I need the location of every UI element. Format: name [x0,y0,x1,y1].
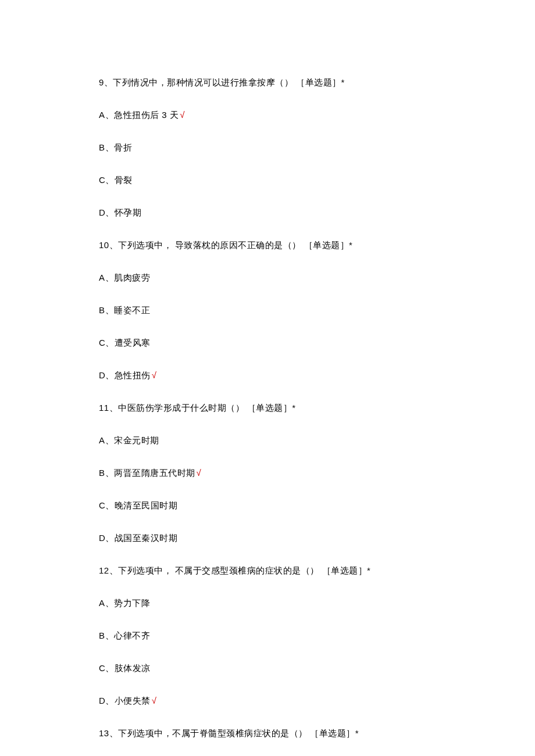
question-number: 12、 [99,565,118,575]
option-label: C、晚清至民国时期 [99,500,177,510]
document-content: 9、下列情况中，那种情况可以进行推拿按摩（） ［单选题］* A、急性扭伤后 3 … [99,76,436,756]
option-b: B、睡姿不正 [99,303,436,317]
option-label: D、战国至秦汉时期 [99,533,177,543]
option-label: A、宋金元时期 [99,435,159,445]
question-text: 12、下列选项中， 不属于交感型颈椎病的症状的是（） ［单选题］* [99,564,436,578]
question-number: 13、 [99,728,118,738]
question-text: 10、下列选项中， 导致落枕的原因不正确的是（） ［单选题］* [99,238,436,252]
option-label: B、骨折 [99,142,132,152]
check-icon: √ [197,468,202,478]
option-b: B、心律不齐 [99,629,436,643]
question-number: 10、 [99,240,118,250]
option-label: D、怀孕期 [99,207,141,217]
question-stem: 下列选项中，不属于脊髓型颈椎病症状的是（） ［单选题］* [118,728,359,738]
question-number: 11、 [99,403,118,413]
option-label: D、急性扭伤 [99,370,151,380]
option-label: C、遭受风寒 [99,338,151,347]
question-text: 11、中医筋伤学形成于什么时期（） ［单选题］* [99,401,436,415]
option-label: C、肢体发凉 [99,663,151,673]
question-block-9: 9、下列情况中，那种情况可以进行推拿按摩（） ［单选题］* A、急性扭伤后 3 … [99,76,436,220]
question-text: 13、下列选项中，不属于脊髓型颈椎病症状的是（） ［单选题］* [99,726,436,740]
option-c: C、晚清至民国时期 [99,499,436,513]
option-label: D、小便失禁 [99,696,151,705]
option-label: B、两晋至隋唐五代时期 [99,468,195,478]
option-a: A、宋金元时期 [99,433,436,447]
option-label: A、急性扭伤后 3 天 [99,110,179,120]
option-label: A、势力下降 [99,598,150,608]
option-a: A、势力下降 [99,596,436,610]
check-icon: √ [152,370,157,380]
option-b: B、骨折 [99,141,436,155]
option-label: B、心律不齐 [99,630,150,640]
question-stem: 下列情况中，那种情况可以进行推拿按摩（） ［单选题］* [113,77,345,87]
option-label: B、睡姿不正 [99,305,150,315]
option-label: C、骨裂 [99,175,133,185]
question-block-10: 10、下列选项中， 导致落枕的原因不正确的是（） ［单选题］* A、肌肉疲劳 B… [99,238,436,382]
question-text: 9、下列情况中，那种情况可以进行推拿按摩（） ［单选题］* [99,76,436,89]
check-icon: √ [152,696,157,705]
question-block-11: 11、中医筋伤学形成于什么时期（） ［单选题］* A、宋金元时期 B、两晋至隋唐… [99,401,436,545]
option-d: D、怀孕期 [99,206,436,220]
option-c: C、肢体发凉 [99,661,436,675]
option-d: D、急性扭伤√ [99,368,436,382]
option-b: B、两晋至隋唐五代时期√ [99,466,436,480]
option-d: D、小便失禁√ [99,694,436,708]
question-block-13: 13、下列选项中，不属于脊髓型颈椎病症状的是（） ［单选题］* A、下肢发沉 [99,726,436,756]
option-a: A、急性扭伤后 3 天√ [99,108,436,122]
question-stem: 下列选项中， 导致落枕的原因不正确的是（） ［单选题］* [118,240,352,250]
option-c: C、骨裂 [99,173,436,187]
option-a: A、肌肉疲劳 [99,271,436,285]
option-d: D、战国至秦汉时期 [99,531,436,545]
question-number: 9、 [99,77,113,87]
option-c: C、遭受风寒 [99,336,436,350]
question-block-12: 12、下列选项中， 不属于交感型颈椎病的症状的是（） ［单选题］* A、势力下降… [99,564,436,708]
option-label: A、肌肉疲劳 [99,273,150,282]
question-stem: 下列选项中， 不属于交感型颈椎病的症状的是（） ［单选题］* [118,565,370,575]
check-icon: √ [180,110,185,120]
question-stem: 中医筋伤学形成于什么时期（） ［单选题］* [118,403,296,413]
